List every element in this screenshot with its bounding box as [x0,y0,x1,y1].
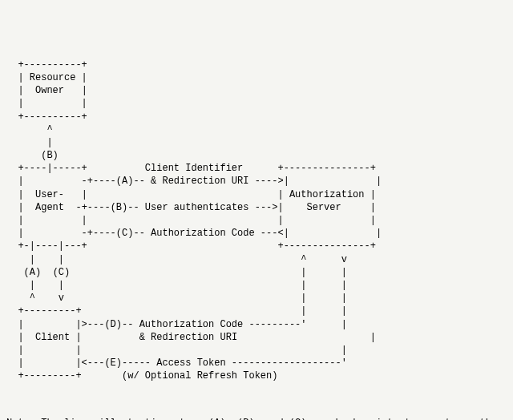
client-box: Client [35,332,70,343]
step-d: (D) [104,319,122,330]
step-d-label-l1: Authorization Code [139,319,244,330]
step-c: (C) [116,228,134,239]
step-a-label: & Redirection URI [151,176,248,187]
authz-server-box-l1: Authorization [289,189,365,200]
client-identifier-label: Client Identifier [145,163,243,174]
user-agent-box-l2: Agent [35,202,64,213]
resource-owner-box-l1: Resource [30,72,76,83]
step-c-label: Authorization Code [151,228,255,239]
step-b-up: (B) [41,150,59,161]
step-e-sublabel: (w/ Optional Refresh Token) [122,370,277,382]
step-c-down: (C) [53,267,71,278]
step-d-label-l2: & Redirection URI [139,332,237,343]
step-b: (B) [111,202,128,213]
resource-owner-box-l2: Owner [35,85,64,96]
diagram-note: Note: The lines illustrating steps (A), … [6,417,507,420]
step-b-label: User authenticates [145,202,249,213]
step-a-down: (A) [24,267,42,278]
step-a: (A) [116,176,134,187]
step-e: (E) [104,357,122,369]
user-agent-box-l1: User- [35,189,64,200]
step-e-label: Access Token [156,357,225,369]
ascii-diagram: +----------+ | Resource | | Owner | | | … [6,59,507,383]
authz-server-box-l2: Server [307,202,341,213]
